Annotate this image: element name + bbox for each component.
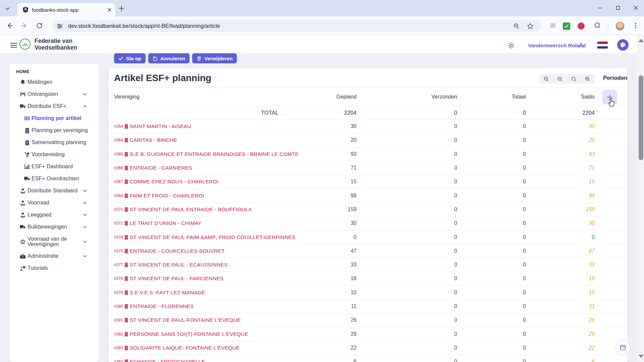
extension-record-icon[interactable] [578, 22, 585, 30]
url-text[interactable]: dev.stock.foodbanksit.be/stock/app/nl-BE… [68, 23, 513, 29]
site-info-icon[interactable] [57, 23, 63, 29]
association-link[interactable]: SAINT-MARTIN - AISEAU [130, 123, 191, 129]
sidebar-item-planning-per-artikel[interactable]: Planning per artikel [9, 112, 99, 124]
sidebar-item-voorbereiding[interactable]: Voorbereiding [9, 148, 99, 161]
window-minimize-button[interactable] [598, 6, 602, 10]
cell-gepland: 30 [278, 123, 357, 129]
zoom-icon[interactable] [571, 76, 577, 82]
tab-title: foodbanks-stock-app [32, 7, 105, 13]
cell-verzonden: 0 [357, 331, 457, 337]
sidebar-item-esf-overdrachten[interactable]: ESF+ Overdrachten [9, 173, 99, 185]
zoom-out-icon[interactable] [543, 76, 549, 82]
column-header-totaal[interactable]: Totaal [457, 94, 526, 100]
association-link[interactable]: LE TRAIT D'UNION - CHIMAY [130, 220, 202, 226]
sidebar-item-voorraad[interactable]: Voorraad [9, 197, 99, 209]
building-icon [124, 179, 128, 184]
cell-saldo: 0 [526, 234, 595, 240]
extensions-puzzle-icon[interactable] [594, 22, 601, 29]
chevron-down-icon [83, 239, 87, 244]
bookmark-star-icon[interactable] [527, 23, 534, 29]
chevron-up-icon [83, 104, 87, 109]
association-link[interactable]: PERSONNE SANS TOI(T)-FONTAINE L'EVEQUE [130, 331, 248, 337]
dutch-flag-icon[interactable] [597, 42, 608, 49]
association-link[interactable]: CARITAS - BINCHE [130, 137, 177, 143]
sidebar-item-administratie[interactable]: Administratie [9, 250, 99, 262]
window-close-button[interactable] [634, 6, 638, 10]
association-link[interactable]: SOLIDARITE LAIQUE- FONTAINE L'EVEQUE [130, 345, 240, 351]
association-link[interactable]: FAIM ET FROID - CHARLEROI [130, 193, 204, 199]
cell-totaal: 0 [457, 220, 526, 226]
forward-button[interactable] [21, 22, 28, 29]
delete-button[interactable]: Verwijderen [192, 53, 237, 63]
scrollbar-up-arrow[interactable] [638, 39, 644, 42]
association-link[interactable]: ENTRAIDE - FLORENNES [130, 303, 194, 309]
table-row: #380ENTRAIDE - FLORENNES110011 [109, 300, 627, 313]
sidebar-item-label: Distributie Standaard [28, 188, 77, 194]
sidebar-item-voorraad-van-de-verenigingen[interactable]: Voorraad van de Verenigingen [9, 233, 99, 250]
cell-gepland: 29 [278, 331, 357, 337]
table-row: #365G.E.B. GUIDANCE ET ENTRAIDE BRAINOIS… [109, 147, 627, 161]
sidebar-item-meldingen[interactable]: Meldingen [9, 76, 99, 88]
cell-saldo: 20 [526, 137, 595, 143]
building-icon [124, 207, 128, 212]
sidebar-item-distributie-esf-[interactable]: Distributie ESF+ [9, 100, 99, 112]
user-icon[interactable] [578, 42, 585, 49]
sidebar-item-tutorials[interactable]: Tutorials [9, 262, 99, 274]
association-link[interactable]: S.E.V.E.S.-FAYT-LEZ-MANAGE [130, 290, 205, 296]
extension-check-icon[interactable] [563, 22, 570, 30]
new-tab-button[interactable] [119, 6, 124, 11]
tab-close-icon[interactable] [107, 7, 112, 12]
sidebar-item-samenvatting-planning[interactable]: Samenvatting planning [9, 136, 99, 148]
browser-tab[interactable]: A foodbanks-stock-app [17, 3, 115, 16]
sidebar-item-leeggoed[interactable]: Leeggoed [9, 209, 99, 221]
browser-profile-avatar[interactable] [615, 21, 625, 31]
cell-verzonden: 0 [357, 234, 457, 240]
association-link[interactable]: ENTRAIDE - COURCELLES-SOUVRET [130, 248, 225, 254]
association-link[interactable]: G.E.B. GUIDANCE ET ENTRAIDE BRAINOISES -… [130, 151, 299, 157]
angular-favicon-icon: A [22, 6, 29, 13]
address-bar[interactable]: dev.stock.foodbanksit.be/stock/app/nl-BE… [52, 20, 541, 32]
sidebar-item-ontvangsten[interactable]: Ontvangsten [9, 88, 99, 100]
truck-icon [20, 104, 26, 109]
zoom-in-icon[interactable] [585, 76, 591, 82]
tab-search-icon[interactable] [5, 6, 10, 11]
column-header-verzonden[interactable]: Verzonden [357, 94, 457, 100]
menu-hamburger-icon[interactable] [10, 42, 17, 49]
palette-icon[interactable] [617, 39, 629, 51]
association-link[interactable]: ST VINCENT DE PAUL - ECAUSSINNES [130, 262, 228, 268]
tutorial-icon [20, 265, 26, 271]
sidebar-item-distributie-standaard[interactable]: Distributie Standaard [9, 185, 99, 197]
sidebar-item-planning-per-vereniging[interactable]: Planning per vereniging [9, 124, 99, 136]
periods-button[interactable]: Perioden [603, 75, 628, 81]
cancel-button[interactable]: Annuleren [148, 53, 190, 63]
association-link[interactable]: ECHANGE - FROIDCHAPELLE [130, 359, 205, 362]
table-row: #368FAIM ET FROID - CHARLEROI990099 [109, 189, 627, 202]
association-link[interactable]: COMME CHEZ NOUS - CHARLEROI [130, 179, 219, 185]
column-header-saldo[interactable]: Saldo [526, 94, 595, 100]
theme-sun-icon[interactable] [507, 42, 515, 49]
back-button[interactable] [6, 22, 13, 29]
reload-button[interactable] [36, 22, 43, 29]
zoom-out-icon[interactable] [557, 76, 563, 82]
column-header-gepland[interactable]: Gepland [278, 94, 357, 100]
association-link[interactable]: ST VINCENT DE PAUL-FAIM &AMP; FROID COUI… [130, 234, 296, 240]
save-button[interactable]: Sla op [114, 53, 146, 63]
cell-gepland: 33 [278, 262, 357, 268]
association-link[interactable]: ST VINCENT DE PAUL-FONTAINE L'EVEQUE [130, 317, 241, 323]
user-name[interactable]: Vandermeersch Roland [528, 43, 586, 49]
cell-totaal: 0 [457, 151, 526, 157]
browser-menu-icon[interactable] [633, 22, 639, 29]
column-header-vereniging[interactable]: Vereniging [114, 94, 278, 100]
cell-totaal: 0 [457, 193, 526, 199]
calendar-fab[interactable] [615, 340, 630, 355]
extension-wand-icon[interactable] [549, 22, 556, 29]
sidebar-item-esf-dashboard[interactable]: ESF+ Dashboard [9, 161, 99, 173]
zoom-level-icon[interactable] [513, 23, 520, 29]
scrollbar-down-arrow[interactable] [638, 355, 644, 358]
association-link[interactable]: ST VINCENT DE PAUL ENTRAIDE - BOUFFIOULX [130, 206, 252, 213]
window-maximize-button[interactable] [616, 6, 620, 10]
association-link[interactable]: ENTRAIDE - CARNIERES [130, 165, 193, 171]
sidebar-item-bulkbewegingen[interactable]: Bulkbewegingen [9, 221, 99, 233]
scrollbar-thumb[interactable] [639, 75, 643, 160]
association-link[interactable]: ST VINCENT DE PAUL - FARCIENNES [130, 276, 224, 282]
